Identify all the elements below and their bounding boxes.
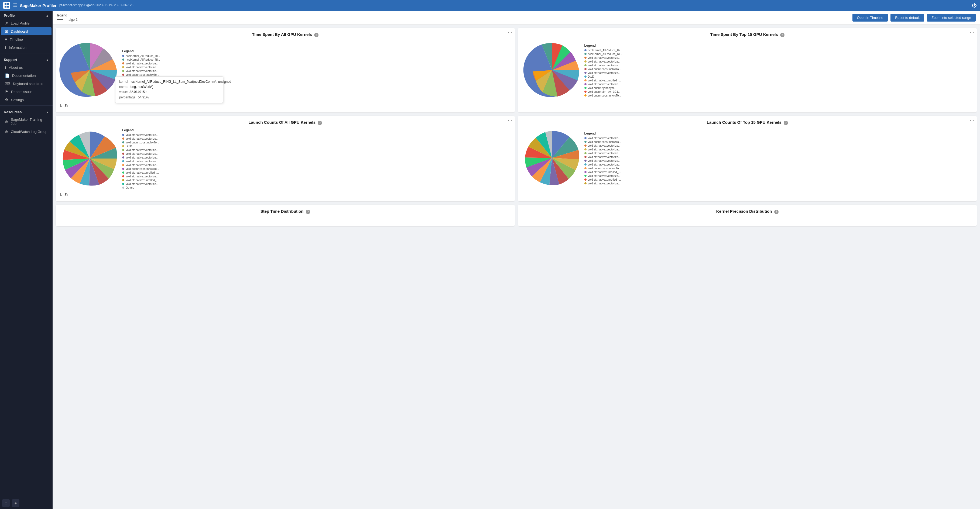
sidebar-item-information[interactable]: ℹ Information	[1, 43, 51, 51]
training-job-icon: ⊕	[5, 119, 8, 124]
chart6-help-icon[interactable]: ?	[774, 210, 778, 214]
sidebar-item-dashboard[interactable]: ⊞ Dashboard	[1, 27, 51, 35]
chart-kernel-precision-distribution: Kernel Precision Distribution ?	[518, 205, 977, 226]
legend-item: void at::native::vectorize...	[584, 182, 973, 185]
chart1-help-icon[interactable]: ?	[314, 33, 318, 37]
sidebar-item-label: Information	[9, 46, 26, 49]
sidebar: Profile ▲ ↗ Load Profile ⊞ Dashboard ≡ T…	[0, 11, 52, 509]
sidebar-section-resources[interactable]: Resources ▲	[0, 107, 52, 116]
chart4-legend-title: Legend	[584, 132, 973, 135]
sidebar-item-about-us[interactable]: ℹ About us	[1, 64, 51, 72]
open-in-timeline-button[interactable]: Open in Timeline	[853, 14, 888, 22]
legend-item: void at::native::vectorize...	[122, 160, 511, 163]
timeline-icon: ≡	[5, 37, 7, 41]
sidebar-item-label: SageMaker Training Job	[11, 118, 48, 126]
chart3-help-icon[interactable]: ?	[318, 121, 322, 125]
svg-rect-1	[7, 3, 9, 5]
chevron-up-icon-resources: ▲	[46, 111, 49, 114]
legend-item: ncclKernel_AllReduce_Ri...	[122, 58, 511, 61]
sidebar-item-label: Load Profile	[11, 21, 29, 25]
legend-item: void at::native::vectorize...	[122, 77, 511, 80]
sidebar-item-settings[interactable]: ⚙ Settings	[1, 96, 51, 104]
chart1-legend: Legend ncclKernel_AllReduce_Ri...ncclKer…	[122, 49, 511, 92]
legend-item: void at::native::vectorize...	[584, 155, 973, 159]
chevron-up-icon-support: ▲	[46, 58, 49, 62]
sidebar-item-cloudwatch-log-group[interactable]: ⊕ CloudWatch Log Group	[1, 127, 51, 135]
cloudwatch-icon: ⊕	[5, 129, 8, 134]
chart1-title: Time Spent By All GPU Kernels ?	[60, 32, 511, 37]
app-title: SageMaker Profiler	[20, 3, 57, 8]
chart-time-spent-all-gpu-kernels: Time Spent By All GPU Kernels ? ⋯	[56, 28, 515, 113]
chart1-k-input[interactable]	[64, 103, 77, 108]
legend-item: void at::native::vectorize...	[122, 148, 511, 151]
legend-item: void at::native::vectorize...	[584, 60, 973, 63]
load-profile-icon: ↗	[5, 21, 8, 25]
chart2-legend: Legend ncclKernel_AllReduce_Ri...ncclKer…	[584, 44, 973, 98]
menu-icon[interactable]: ☰	[13, 2, 17, 8]
chart-launch-counts-all-gpu-kernels: Launch Counts Of All GPU Kernels ? ⋯	[56, 116, 515, 201]
sidebar-item-sagemaker-training-job[interactable]: ⊕ SageMaker Training Job	[1, 116, 51, 127]
topbar: ☰ SageMaker Profiler pt-resnet-smppy-1xg…	[0, 0, 980, 11]
legend-area: legend — algo-1	[57, 13, 78, 22]
sidebar-item-label: Settings	[11, 98, 24, 102]
legend-item: void at::native::vectorize...	[584, 71, 973, 75]
chart-step-time-distribution: Step Time Distribution ?	[56, 205, 515, 226]
legend-item: void at::native::vectorize...	[122, 62, 511, 65]
chart1-menu-button[interactable]: ⋯	[508, 30, 512, 35]
chart3-legend-title: Legend	[122, 128, 511, 132]
legend-item: ncclKernel_AllReduce_Ri...	[122, 54, 511, 57]
sidebar-item-timeline[interactable]: ≡ Timeline	[1, 35, 51, 43]
chart2-menu-button[interactable]: ⋯	[970, 30, 974, 35]
legend-item: DtoD	[122, 81, 511, 84]
chart3-k-input[interactable]	[64, 192, 77, 197]
legend-item: void cudnn::[anonym...	[584, 86, 973, 89]
legend-item: void cudnn::ops::nhwcTo...	[584, 167, 973, 170]
legend-item: void at::native::unrolled_...	[122, 84, 511, 87]
power-icon[interactable]: ⏻	[972, 3, 977, 8]
chart4-menu-button[interactable]: ⋯	[970, 118, 974, 122]
chart4-help-icon[interactable]: ?	[784, 121, 788, 125]
chart5-help-icon[interactable]: ?	[306, 210, 310, 214]
sidebar-section-support-label: Support	[4, 58, 17, 62]
chart1-pie	[60, 40, 119, 101]
sidebar-item-label: Dashboard	[11, 29, 28, 33]
sidebar-item-label: Documentation	[12, 73, 36, 78]
chart2-help-icon[interactable]: ?	[780, 33, 784, 37]
legend-item: void at::native::vectorize...	[584, 159, 973, 162]
sidebar-item-label: CloudWatch Log Group	[11, 130, 47, 134]
sidebar-item-label: About us	[9, 65, 23, 70]
docs-icon: 📄	[5, 73, 10, 78]
legend-item: void at::native::vectorize...	[122, 65, 511, 69]
content-area: legend — algo-1 Open in Timeline Reset t…	[52, 11, 980, 509]
legend-item: void at::native::vectorize...	[122, 175, 511, 178]
sidebar-bottom-icon-2[interactable]: ◈	[12, 499, 19, 507]
sidebar-item-label: Keyboard shortcuts	[13, 82, 43, 86]
sidebar-bottom-icon-1[interactable]: ⊞	[2, 499, 10, 507]
legend-item: void at::native::vectorize...	[122, 137, 511, 140]
charts-grid: Time Spent By All GPU Kernels ? ⋯	[52, 24, 980, 229]
chart3-menu-button[interactable]: ⋯	[508, 118, 512, 122]
sidebar-section-profile[interactable]: Profile ▲	[0, 11, 52, 19]
legend-item: void cudnn::ops::nhwcTo...	[122, 167, 511, 170]
legend-item: void at::native::vectorize...	[122, 69, 511, 73]
sidebar-section-resources-label: Resources	[4, 110, 22, 114]
legend-item: Others	[122, 186, 511, 189]
sidebar-item-report-issues[interactable]: ⚑ Report issuus	[1, 87, 51, 96]
chart-time-spent-top15-gpu-kernels: Time Spent By Top 15 GPU Kernels ? ⋯	[518, 28, 977, 113]
sidebar-item-load-profile[interactable]: ↗ Load Profile	[1, 19, 51, 27]
algo-label: — algo-1	[64, 18, 78, 22]
chart-launch-counts-top15-gpu-kernels: Launch Counts Of Top 15 GPU Kernels ? ⋯	[518, 116, 977, 201]
sidebar-section-support[interactable]: Support ▲	[0, 55, 52, 64]
sidebar-item-keyboard-shortcuts[interactable]: ⌨ Keyboard shortcuts	[1, 80, 51, 87]
chart4-pie	[522, 128, 582, 189]
legend-item: void at::native::unrolled_...	[122, 178, 511, 182]
reset-to-default-button[interactable]: Reset to default	[891, 14, 924, 22]
session-label: pt-resnet-smppy-1xg4dn-2023-05-19- 23-07…	[59, 3, 134, 8]
sidebar-item-label: Timeline	[10, 38, 23, 41]
legend-item: void cudnn::ops::nchwTo...	[122, 141, 511, 144]
zoom-into-selected-range-button[interactable]: Zoom into selected range	[927, 14, 976, 22]
chart2-title: Time Spent By Top 15 GPU Kernels ?	[522, 32, 973, 37]
legend-item: void at::native::vectorize...	[122, 152, 511, 155]
svg-rect-2	[5, 6, 6, 8]
sidebar-item-documentation[interactable]: 📄 Documentation	[1, 72, 51, 80]
